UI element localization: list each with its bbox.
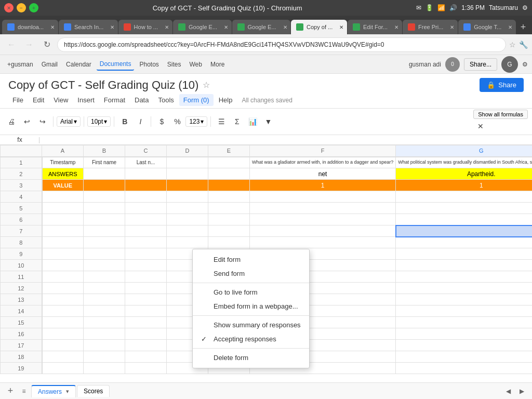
row-header-10[interactable]: 10 [1, 260, 42, 271]
cell-d7[interactable] [167, 225, 208, 237]
cell-e7[interactable] [208, 225, 250, 237]
share-button[interactable]: 🔒 Share [480, 78, 524, 92]
cell-g4[interactable] [396, 191, 532, 203]
filter-button[interactable]: ▼ [261, 114, 275, 129]
cell-e1[interactable] [208, 157, 250, 168]
form-menu-show-summary[interactable]: Show summary of responses [193, 318, 309, 332]
italic-button[interactable]: I [133, 114, 148, 129]
cell-d1[interactable] [167, 157, 208, 168]
col-header-e[interactable]: E [208, 145, 250, 157]
number-format-dropdown[interactable]: 123 ▾ [185, 116, 207, 127]
cell-b1[interactable]: First name [84, 157, 125, 168]
tab-searchin[interactable]: Search In... ✕ [59, 20, 118, 34]
cell-c4[interactable] [125, 191, 167, 203]
tab-close-googlet[interactable]: ✕ [507, 23, 514, 31]
tab-close-googlee2[interactable]: ✕ [282, 23, 289, 31]
sheet-tab-scores[interactable]: Scores [77, 385, 110, 397]
row-header-9[interactable]: 9 [1, 248, 42, 260]
sum-button[interactable]: Σ [230, 114, 244, 129]
more-link[interactable]: More [207, 59, 228, 70]
cell-f4[interactable] [250, 191, 396, 203]
percent-button[interactable]: % [170, 114, 184, 129]
cell-f7[interactable] [250, 225, 396, 237]
tab-close-searchin[interactable]: ✕ [109, 23, 116, 31]
cell-c7[interactable] [125, 225, 167, 237]
row-header-13[interactable]: 13 [1, 294, 42, 305]
cell-a8[interactable] [42, 237, 84, 248]
refresh-button[interactable]: ↻ [39, 37, 54, 52]
documents-link[interactable]: Documents [97, 58, 135, 71]
user-avatar[interactable]: G [501, 56, 518, 73]
cell-a1[interactable]: Timestamp [42, 157, 84, 168]
calendar-link[interactable]: Calendar [63, 59, 95, 70]
tab-close-copyof[interactable]: ✕ [338, 23, 345, 31]
star-icon[interactable]: ☆ [203, 80, 210, 90]
col-header-f[interactable]: F [250, 145, 396, 157]
undo-button[interactable]: ↩ [20, 114, 34, 129]
formula-input[interactable] [43, 136, 528, 143]
cell-a5[interactable] [42, 203, 84, 214]
url-input[interactable] [57, 37, 506, 52]
cell-b7[interactable] [84, 225, 125, 237]
show-formulas-button[interactable]: Show all formulas [473, 110, 528, 119]
cell-c1[interactable]: Last n... [125, 157, 167, 168]
row-header-11[interactable]: 11 [1, 271, 42, 283]
cell-c3[interactable] [125, 180, 167, 191]
tab-copyof[interactable]: Copy of ... ✕ [291, 20, 347, 34]
row-header-18[interactable]: 18 [1, 351, 42, 363]
cell-d2[interactable] [167, 168, 208, 180]
cell-a6[interactable] [42, 214, 84, 225]
cell-g6[interactable] [396, 214, 532, 225]
menu-file[interactable]: File [8, 94, 28, 106]
forward-button[interactable]: → [22, 37, 36, 52]
close-button[interactable]: ✕ [4, 3, 14, 12]
cell-b3[interactable] [84, 180, 125, 191]
tab-close-howto[interactable]: ✕ [163, 23, 170, 31]
cell-g1[interactable]: What political system was gradually dism… [396, 157, 532, 168]
cell-b2[interactable] [84, 168, 125, 180]
form-menu-edit-form[interactable]: Edit form [193, 252, 309, 267]
tab-close-googlee1[interactable]: ✕ [222, 23, 230, 31]
cell-b4[interactable] [84, 191, 125, 203]
share-link-button[interactable]: Share... [464, 58, 497, 71]
tab-howto[interactable]: How to ... ✕ [118, 20, 172, 34]
print-button[interactable]: 🖨 [4, 114, 19, 129]
tab-freeprint[interactable]: Free Pri... ✕ [403, 20, 458, 34]
sheet-list-button[interactable]: ≡ [18, 385, 30, 397]
back-button[interactable]: ← [4, 37, 19, 52]
font-dropdown[interactable]: Arial ▾ [57, 116, 81, 127]
cell-d4[interactable] [167, 191, 208, 203]
cell-c5[interactable] [125, 203, 167, 214]
cell-e6[interactable] [208, 214, 250, 225]
web-link[interactable]: Web [187, 59, 205, 70]
form-menu-go-live[interactable]: Go to live form [193, 285, 309, 299]
menu-form[interactable]: Form (0) [179, 94, 214, 106]
grid-wrapper[interactable]: A B C D E F G H I J 1 Timestamp First n [0, 145, 532, 382]
cell-c6[interactable] [125, 214, 167, 225]
menu-edit[interactable]: Edit [29, 94, 48, 106]
tab-editform[interactable]: Edit For... ✕ [348, 20, 402, 34]
row-header-3[interactable]: 3 [1, 180, 42, 191]
row-header-1[interactable]: 1 [1, 157, 42, 168]
form-menu-delete[interactable]: Delete form [193, 351, 309, 365]
tab-googlet[interactable]: Google T... ✕ [458, 20, 516, 34]
tab-close-editform[interactable]: ✕ [393, 23, 400, 31]
close-formulas-button[interactable]: ✕ [473, 119, 488, 134]
align-left-button[interactable]: ☰ [214, 114, 229, 129]
col-header-a[interactable]: A [42, 145, 84, 157]
chart-button[interactable]: 📊 [245, 114, 260, 129]
form-menu-send-form[interactable]: Send form [193, 267, 309, 281]
settings-icon[interactable]: ⚙ [522, 4, 528, 11]
row-header-2[interactable]: 2 [1, 168, 42, 180]
row-header-7[interactable]: 7 [1, 225, 42, 237]
sites-link[interactable]: Sites [164, 59, 184, 70]
cell-c2[interactable] [125, 168, 167, 180]
row-header-16[interactable]: 16 [1, 328, 42, 340]
row-header-12[interactable]: 12 [1, 283, 42, 294]
cell-f6[interactable] [250, 214, 396, 225]
row-header-5[interactable]: 5 [1, 203, 42, 214]
cell-e2[interactable] [208, 168, 250, 180]
cell-f1[interactable]: What was a gladiator armed with, in addi… [250, 157, 396, 168]
cell-g5[interactable] [396, 203, 532, 214]
bold-button[interactable]: B [117, 114, 132, 129]
